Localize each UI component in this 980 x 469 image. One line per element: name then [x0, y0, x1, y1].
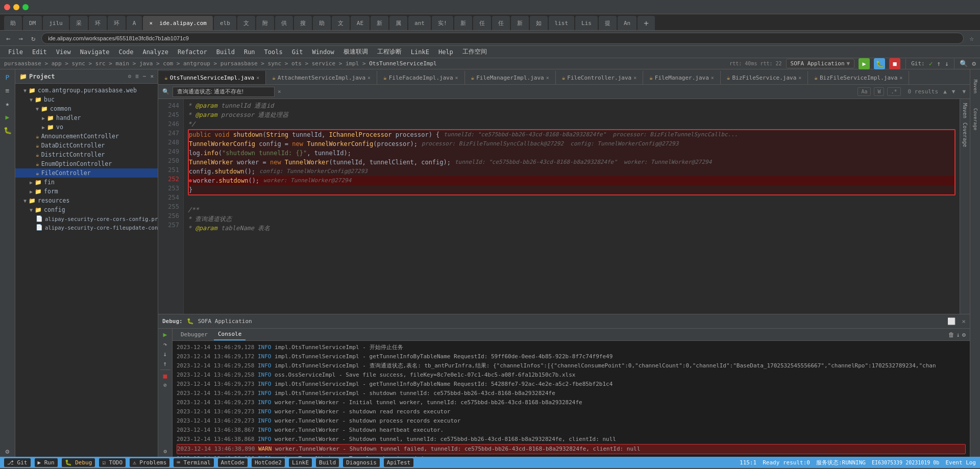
tab-close-icon[interactable]: × [711, 75, 714, 81]
tree-item-handler[interactable]: ▶ 📁 handler [15, 113, 158, 122]
menu-help[interactable]: Help [434, 47, 457, 57]
browser-tab[interactable]: 属 [389, 16, 407, 30]
maven-panel-label[interactable]: Maven [961, 101, 969, 120]
debug-status-icon[interactable]: 🐛 Debug [62, 458, 95, 467]
tab-bizfileservice[interactable]: ☕ BizFileService.java × [721, 71, 808, 84]
maven-panel-tab[interactable]: Maven [971, 71, 979, 102]
apitest-status[interactable]: ApiTest [384, 458, 413, 467]
tab-close-icon[interactable]: × [633, 75, 636, 81]
tab-attachment[interactable]: ☕ AttachmentServiceImpl.java × [266, 71, 377, 84]
settings-button[interactable]: ⚙ [972, 60, 976, 67]
tree-item-filecontroller[interactable]: ☕ FileController [15, 168, 158, 178]
tab-close-icon[interactable]: × [798, 75, 801, 81]
step-out-icon[interactable]: ↑ [163, 360, 167, 367]
menu-gongcheng[interactable]: 工程诊断 [373, 46, 406, 57]
tree-item-common[interactable]: ▼ 📁 common [15, 104, 158, 113]
browser-tab[interactable]: 提 [599, 16, 617, 30]
tree-item-vo[interactable]: ▶ 📁 vo [15, 122, 158, 132]
tree-item-district[interactable]: ☕ DistrictController [15, 150, 158, 159]
browser-tab[interactable]: 搜 [294, 16, 312, 30]
coverage-panel-tab[interactable]: Coverage [971, 104, 979, 135]
menu-refactor[interactable]: Refactor [174, 47, 211, 57]
regex-button[interactable]: .* [887, 87, 900, 96]
browser-tab[interactable]: 文 [332, 16, 350, 30]
menu-build[interactable]: Build [212, 47, 239, 57]
browser-tab[interactable]: DM [23, 16, 42, 30]
step-over-icon[interactable]: ↷ [163, 340, 167, 348]
git-status-icon[interactable]: ⎇ Git [4, 458, 31, 467]
browser-tab[interactable]: 新 [511, 16, 529, 30]
traffic-light-yellow[interactable] [13, 4, 19, 10]
coverage-panel-label[interactable]: Coverage [961, 120, 969, 149]
terminal-status[interactable]: ⌨ Terminal [174, 458, 213, 467]
structure-icon[interactable]: ≡ [2, 85, 13, 96]
tab-close-icon[interactable]: × [899, 75, 902, 81]
stop-debug-icon[interactable]: ■ [163, 372, 167, 380]
project-collapse-icon[interactable]: − [143, 73, 146, 80]
new-tab-button[interactable]: + [638, 16, 655, 30]
tree-item-enumoption[interactable]: ☕ EnumOptionController [15, 159, 158, 168]
settings-debug-icon[interactable]: ⚙ [163, 448, 167, 455]
browser-tab[interactable]: 任 [473, 16, 491, 30]
browser-tab-active[interactable]: × ide.alipay.com [143, 16, 213, 30]
project-close-icon[interactable]: × [150, 73, 154, 80]
browser-tab[interactable]: 环 [89, 16, 107, 30]
favorites-icon[interactable]: ★ [2, 98, 13, 109]
browser-tab[interactable]: A [127, 16, 142, 30]
build-status[interactable]: Build [316, 458, 339, 467]
project-sort-icon[interactable]: ≡ [135, 73, 139, 80]
console-clear-icon[interactable]: 🗑 [948, 331, 954, 338]
tree-item-web[interactable]: ▼ 📁 com.antgroup.pursaasbase.web [15, 86, 158, 95]
browser-tab[interactable]: 助 [313, 16, 331, 30]
whole-word-button[interactable]: W [874, 87, 884, 96]
menu-navigate[interactable]: Navigate [76, 47, 114, 57]
menu-window[interactable]: Window [308, 47, 338, 57]
git-check[interactable]: ✓ [929, 60, 933, 67]
tab-filemanager[interactable]: ☕ FileManager.java × [643, 71, 721, 84]
browser-tab[interactable]: An [618, 16, 636, 30]
search-close-icon[interactable]: × [278, 88, 281, 95]
browser-tab[interactable]: jilu [43, 16, 69, 30]
tab-filefacade[interactable]: ☕ FileFacadeImpl.java × [377, 71, 465, 84]
tab-close-icon[interactable]: × [546, 75, 549, 81]
browser-tab[interactable]: list [549, 16, 575, 30]
browser-tab[interactable]: 新 [371, 16, 388, 30]
todo-status[interactable]: ☑ TODO [99, 458, 126, 467]
tab-filecontroller[interactable]: ☕ FileController.java × [556, 71, 644, 84]
console-tab[interactable]: Console [214, 329, 246, 340]
run-status-icon[interactable]: ▶ Run [35, 458, 58, 467]
tab-ots-tunnel[interactable]: ☕ OtsTunnelServiceImpl.java × [158, 71, 266, 84]
console-output[interactable]: 2023-12-14 13:46:29,128 INFO impl.OtsTun… [173, 341, 970, 457]
filter-icon[interactable]: ▼ [962, 88, 966, 95]
tree-item-datadict[interactable]: ☕ DataDictController [15, 141, 158, 150]
project-icon[interactable]: P [2, 71, 13, 83]
debug-icon[interactable]: 🐛 [2, 125, 13, 136]
search-input[interactable] [173, 87, 275, 97]
debug-close-icon[interactable]: × [962, 317, 966, 325]
menu-linke[interactable]: LinkE [407, 47, 433, 57]
address-input[interactable] [41, 33, 963, 44]
tab-bizfileserviceimpl[interactable]: ☕ BizFileServiceImpl.java × [808, 71, 909, 84]
browser-tab[interactable]: 文 [237, 16, 255, 30]
tree-item-buc[interactable]: ▼ 📁 buc [15, 95, 158, 104]
browser-tab[interactable]: 供 [275, 16, 293, 30]
menu-run[interactable]: Run [240, 47, 259, 57]
search-prev-icon[interactable]: ▲ [943, 88, 947, 95]
browser-tab[interactable]: 实! [432, 16, 453, 30]
menu-workspace[interactable]: 工作空间 [458, 46, 491, 57]
browser-tab[interactable]: 新 [454, 16, 472, 30]
tab-filemanager-impl[interactable]: ☕ FileManagerImpl.java × [465, 71, 556, 84]
browser-tab[interactable]: 任 [492, 16, 510, 30]
menu-file[interactable]: File [4, 47, 27, 57]
browser-tab[interactable]: 助 [4, 16, 22, 30]
browser-tab[interactable]: AE [351, 16, 370, 30]
project-gear-icon[interactable]: ⚙ [128, 73, 132, 80]
search-everywhere-button[interactable]: 🔍 [960, 60, 968, 67]
debugger-tab[interactable]: Debugger [177, 329, 212, 340]
tab-close-icon[interactable]: × [368, 75, 371, 81]
search-next-icon[interactable]: ▼ [952, 88, 955, 95]
browser-tab[interactable]: 环 [108, 16, 126, 30]
menu-git[interactable]: Git [288, 47, 307, 57]
tab-close-icon[interactable]: × [256, 75, 259, 81]
tree-item-form[interactable]: ▶ 📁 form [15, 187, 158, 196]
